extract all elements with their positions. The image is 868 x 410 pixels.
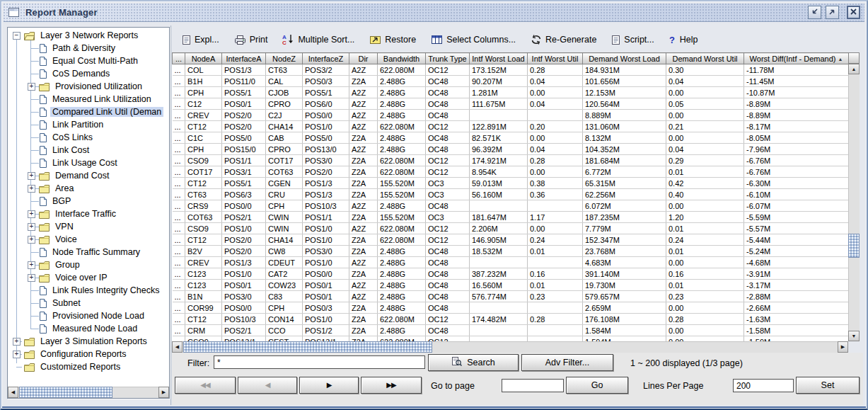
expand-icon[interactable]: + xyxy=(13,351,21,358)
column-header-nodez[interactable]: NodeZ xyxy=(266,53,303,64)
tree-item-customized-reports[interactable]: Customized Reports xyxy=(8,360,168,373)
tree-item-area[interactable]: +Area xyxy=(8,182,168,195)
column-header-interfacea[interactable]: InterfaceA xyxy=(222,53,266,64)
set-button[interactable]: Set xyxy=(796,377,860,394)
table-row[interactable]: ...CPHPOS5/1CJOBPOS5/1A2Z2.488GOC481.281… xyxy=(173,87,849,98)
table-row[interactable]: ...COR99POS0/0CPHPOS0/3Z2A2.488GOC482.65… xyxy=(173,302,849,314)
tree-item-group[interactable]: +Group xyxy=(8,258,168,271)
table-row[interactable]: ...CT12POS2/0CHA14POS1/0A2Z622.080MOC121… xyxy=(173,121,849,132)
tree-item-layer-3-simulation-reports[interactable]: +Layer 3 Simulation Reports xyxy=(8,335,168,348)
tree-item-link-usage-cost[interactable]: Link Usage Cost xyxy=(8,156,168,169)
tree-item-path-diversity[interactable]: Path & Diversity xyxy=(8,42,168,55)
adv-filter-button[interactable]: Adv Filter... xyxy=(521,354,613,371)
previous-page-button[interactable]: ◀ xyxy=(238,377,297,394)
column-header-trunk-type[interactable]: Trunk Type xyxy=(426,53,470,64)
scroll-up-button[interactable]: ▲ xyxy=(848,64,860,74)
table-row[interactable]: ...CRMPOS2/1CCOPOS1/2Z2A2.488GOC481.584M… xyxy=(173,325,849,336)
tree-scroll-left-button[interactable]: ◀ xyxy=(8,387,18,398)
tree-item-provisioned-node-load[interactable]: Provisioned Node Load xyxy=(8,309,168,322)
tree-item-voice[interactable]: +Voice xyxy=(8,233,168,246)
close-button[interactable] xyxy=(847,6,860,19)
table-row[interactable]: ...CSO9POS1/1COT17POS3/0Z2A622.080MOC121… xyxy=(173,155,849,166)
expand-icon[interactable]: + xyxy=(28,83,35,91)
tree-item-link-partition[interactable]: Link Partition xyxy=(8,118,168,131)
last-page-button[interactable]: ▶▶ xyxy=(361,377,422,394)
tree-scroll-right-button[interactable]: ▶ xyxy=(158,387,169,398)
column-header-worst-diff-intf-demand[interactable]: Worst Diff(Intf - Demand)▲ xyxy=(744,53,849,64)
horizontal-scrollbar-thumb[interactable] xyxy=(183,341,432,353)
tree-item-link-cost[interactable]: Link Cost xyxy=(8,144,168,156)
table-row[interactable]: ...C1CPOS5/0CABPOS5/0Z2A2.488GOC4882.571… xyxy=(173,132,849,144)
tree-item-layer-3-network-reports[interactable]: −Layer 3 Network Reports xyxy=(8,29,168,42)
table-row[interactable]: ...CT12POS10/3CON14POS1/0Z2A622.080MOC12… xyxy=(173,314,849,325)
table-row[interactable]: ...CT63POS6/3CRUPOS1/3Z2A155.520MOC356.1… xyxy=(173,189,849,200)
tree-item-interface-traffic[interactable]: +Interface Traffic xyxy=(8,207,168,220)
toolbar-button-expl[interactable]: Expl... xyxy=(179,33,222,47)
expand-icon[interactable]: + xyxy=(28,261,35,269)
table-row[interactable]: ...B1HPOS11/0CALPOS0/3Z2A2.488GOC4890.20… xyxy=(173,76,849,87)
tree-item-provisioned-utilization[interactable]: +Provisioned Utilization xyxy=(8,80,168,93)
toolbar-button-select-columns[interactable]: Select Columns... xyxy=(428,33,519,46)
table-vertical-scrollbar[interactable]: ▲ ▼ xyxy=(848,64,860,341)
tree-horizontal-scrollbar[interactable]: ◀ ▶ xyxy=(8,387,169,398)
column-header-interfacez[interactable]: InterfaceZ xyxy=(303,53,349,64)
table-row[interactable]: ...COLPOS1/3CT63POS3/2A2Z622.080MOC12173… xyxy=(173,64,849,76)
expand-icon[interactable]: + xyxy=(13,338,21,346)
table-horizontal-scrollbar[interactable]: ◀ ▶ xyxy=(172,341,848,353)
tree-item-link-rules-integrity-checks[interactable]: Link Rules Integrity Checks xyxy=(8,284,168,297)
table-row[interactable]: ...CSO9POS1/0CWINPOS1/0A2Z622.080MOC122.… xyxy=(173,223,849,234)
table-row[interactable]: ...C123POS1/0CAT2POS0/0Z2A2.488GOC48387.… xyxy=(173,268,849,280)
page-number-input[interactable] xyxy=(502,379,564,392)
table-row[interactable]: ...COT63POS2/1CWINPOS1/1Z2A155.520MOC318… xyxy=(173,212,849,223)
tree-scrollbar-thumb[interactable] xyxy=(19,387,112,398)
vertical-scrollbar-thumb[interactable] xyxy=(848,234,860,258)
expand-icon[interactable]: + xyxy=(28,223,35,231)
title-bar[interactable]: Report Manager xyxy=(4,4,864,22)
table-row[interactable]: ...CRS9POS0/0CPHPOS10/3A2Z2.488GOC486.07… xyxy=(173,200,849,212)
toolbar-button-re-generate[interactable]: Re-Generate xyxy=(528,33,599,46)
tree-item-demand-cost[interactable]: +Demand Cost xyxy=(8,169,168,182)
toolbar-button-print[interactable]: Print xyxy=(231,33,271,47)
next-page-button[interactable]: ▶ xyxy=(299,377,359,394)
column-header-dir[interactable]: Dir xyxy=(349,53,378,64)
tree-item-bgp[interactable]: BGP xyxy=(8,195,168,207)
minimize-button[interactable] xyxy=(808,6,821,19)
tree-item-configuration-reports[interactable]: +Configuration Reports xyxy=(8,348,168,360)
expand-icon[interactable]: + xyxy=(28,172,35,180)
table-row[interactable]: ...CREVPOS2/0C2JPOS0/0A2Z2.488GOC488.889… xyxy=(173,110,849,121)
tree-item-subnet[interactable]: Subnet xyxy=(8,297,168,309)
toolbar-button-help[interactable]: ?Help xyxy=(666,33,701,47)
scroll-right-button[interactable]: ▶ xyxy=(838,341,848,353)
tree-item-measured-node-load[interactable]: Measured Node Load xyxy=(8,322,168,335)
toolbar-button-multiple-sort[interactable]: ACMultiple Sort... xyxy=(279,33,357,47)
first-page-button[interactable]: ◀◀ xyxy=(175,377,236,394)
column-header-item[interactable]: ... xyxy=(173,53,185,64)
tree-item-measured-link-utilization[interactable]: Measured Link Utilization xyxy=(8,93,168,106)
tree-item-vpn[interactable]: +VPN xyxy=(8,220,168,233)
tree-item-compared-link-util-deman[interactable]: Compared Link Util (Deman xyxy=(8,106,168,118)
column-header-intf-worst-load[interactable]: Intf Worst Load xyxy=(470,53,528,64)
table-row[interactable]: ...CT12POS5/1CGENPOS1/3Z2A155.520MOC359.… xyxy=(173,178,849,189)
expand-icon[interactable]: + xyxy=(28,210,35,218)
lines-per-page-input[interactable] xyxy=(733,379,794,392)
toolbar-button-script[interactable]: Script... xyxy=(608,33,656,47)
tree-item-equal-cost-multi-path[interactable]: Equal Cost Multi-Path xyxy=(8,55,168,67)
expand-icon[interactable]: + xyxy=(28,185,35,193)
table-row[interactable]: ...CPHPOS15/0CPROPOS13/0A2Z2.488GOC4896.… xyxy=(173,144,849,155)
collapse-icon[interactable]: − xyxy=(13,32,21,40)
expand-icon[interactable]: + xyxy=(28,236,35,244)
scroll-down-button[interactable]: ▼ xyxy=(848,331,860,341)
column-header-bandwidth[interactable]: Bandwidth xyxy=(378,53,426,64)
table-row[interactable]: ...C123POS0/1COW23POS0/1A2Z2.488GOC4816.… xyxy=(173,280,849,291)
toolbar-button-restore[interactable]: Restore xyxy=(366,33,419,46)
table-row[interactable]: ...CREVPOS1/3CDEUTPOS1/0A2Z2.488GOC484.6… xyxy=(173,257,849,268)
column-header-demand-worst-load[interactable]: Demand Worst Load xyxy=(583,53,666,64)
tree-item-voice-over-ip[interactable]: +Voice over IP xyxy=(8,271,168,284)
table-row[interactable]: ...B2VPOS2/0CW8POS3/0Z2A2.488GOC4818.532… xyxy=(173,246,849,257)
tree-item-cos-demands[interactable]: CoS Demands xyxy=(8,67,168,80)
expand-icon[interactable]: + xyxy=(28,274,35,282)
table-row[interactable]: ...COT17POS3/1COT63POS2/0Z2A622.080MOC12… xyxy=(173,166,849,178)
maximize-button[interactable] xyxy=(826,6,839,19)
table-row-partial[interactable]: ...CSO9POS13/1CESTPOS13/1Z2A622.080MOC12… xyxy=(173,336,849,342)
column-header-nodea[interactable]: NodeA xyxy=(185,53,222,64)
